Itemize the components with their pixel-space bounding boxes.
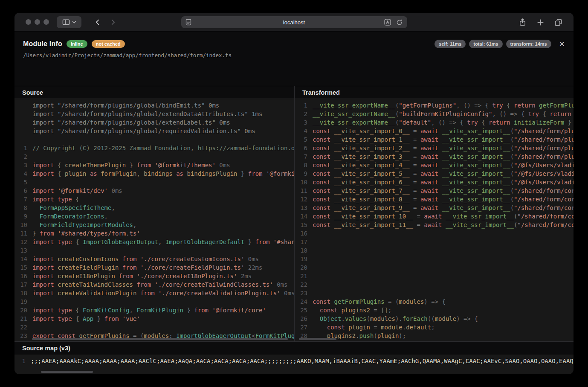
sourcemap-section: Source map (v3) 1;;;AAEA;AAAAkC;AAAA;AAA… bbox=[14, 341, 574, 374]
code-line: 5 bbox=[16, 178, 294, 186]
code-line: 15const __vite_ssr_import_11__ = await _… bbox=[296, 221, 574, 229]
back-button[interactable] bbox=[91, 16, 104, 28]
code-line: 26 Object.values(modules).forEach((modul… bbox=[296, 314, 574, 323]
inline-badge: inline bbox=[67, 40, 87, 48]
timing-self-badge: self: 11ms bbox=[434, 40, 466, 48]
tab-overview-button[interactable] bbox=[552, 16, 564, 28]
browser-window: localhost bbox=[14, 13, 574, 374]
transformed-pane: Transformed 1__vite_ssr_exportName__("ge… bbox=[294, 86, 574, 341]
code-line: 27 const plugin = module.default; bbox=[296, 323, 574, 332]
new-tab-button[interactable] bbox=[534, 16, 546, 28]
code-line: 18 bbox=[296, 246, 574, 255]
source-pane-title: Source bbox=[14, 86, 294, 99]
code-line: 9 FormDecoratorIcons, bbox=[16, 212, 294, 221]
code-line: 10const __vite_ssr_import_6__ = await __… bbox=[296, 178, 574, 186]
source-pane: Source import "/shared/form/plugins/glob… bbox=[14, 86, 294, 341]
module-file-path: /Users/vladimir/Projects/zammad/app/fron… bbox=[14, 52, 574, 58]
code-line: 8const __vite_ssr_import_4__ = await __v… bbox=[296, 161, 574, 169]
code-line: 2__vite_ssr_exportName__("buildFormKitPl… bbox=[296, 110, 574, 118]
code-line: 14const __vite_ssr_import_10__ = await _… bbox=[296, 212, 574, 221]
close-panel-button[interactable]: ✕ bbox=[559, 40, 565, 49]
code-line: 12import type { ImportGlobEagerOutput, I… bbox=[16, 238, 294, 246]
chevron-down-icon bbox=[72, 20, 76, 24]
code-line: 6import '@formkit/dev' 0ms bbox=[16, 186, 294, 195]
code-line: import "/shared/form/plugins/global/requ… bbox=[16, 127, 294, 135]
code-line: 4import { plugin as formPlugin, bindings… bbox=[16, 169, 294, 178]
browser-titlebar: localhost bbox=[14, 13, 574, 32]
code-line: 14import createCustomIcons from './core/… bbox=[16, 255, 294, 263]
code-line: 20 bbox=[296, 263, 574, 272]
close-window-button[interactable] bbox=[26, 19, 31, 25]
transformed-horizontal-scrollbar[interactable] bbox=[299, 338, 336, 340]
code-line: 16import createI18nPlugin from './core/c… bbox=[16, 272, 294, 280]
timing-transform-badge: transform: 14ms bbox=[506, 40, 551, 48]
code-line: 6const __vite_ssr_import_2__ = await __v… bbox=[296, 144, 574, 152]
code-line: 9const __vite_ssr_import_5__ = await __v… bbox=[296, 169, 574, 178]
page-title: Module Info bbox=[23, 40, 62, 48]
code-line: 2 bbox=[16, 152, 294, 161]
code-line: 17import createTailwindClasses from './c… bbox=[16, 280, 294, 289]
code-line: 16 bbox=[296, 229, 574, 238]
code-line: 8 FormAppSpecificTheme, bbox=[16, 204, 294, 212]
code-line: 15import createFieldPlugin from './core/… bbox=[16, 263, 294, 272]
code-line: 28 plugins2.push(plugin); bbox=[296, 332, 574, 340]
code-line: 21import type { App } from 'vue' bbox=[16, 314, 294, 323]
source-code-area: import "/shared/form/plugins/global/bind… bbox=[14, 99, 294, 341]
code-line: 13 bbox=[16, 246, 294, 255]
code-line: 11} from '#shared/types/form.ts' bbox=[16, 229, 294, 238]
code-line: 22 bbox=[16, 323, 294, 332]
code-line: 20import type { FormKitConfig, FormKitPl… bbox=[16, 306, 294, 314]
code-line: 1;;;AAEA;AAAAkC;AAAA;AAAA;AAAA;AAClC;AAE… bbox=[14, 357, 574, 365]
cache-status-badge: not cached bbox=[92, 40, 125, 48]
translate-button[interactable] bbox=[383, 18, 392, 26]
code-line: 17 bbox=[296, 238, 574, 246]
code-line: 19 bbox=[296, 255, 574, 263]
code-line: 5const __vite_ssr_import_1__ = await __v… bbox=[296, 135, 574, 144]
code-line: 4const __vite_ssr_import_0__ = await __v… bbox=[296, 127, 574, 135]
code-line: 11const __vite_ssr_import_7__ = await __… bbox=[296, 186, 574, 195]
code-line: 24const getFormPlugins = (modules) => { bbox=[296, 297, 574, 306]
minimize-window-button[interactable] bbox=[35, 19, 40, 25]
code-line: 7import type { bbox=[16, 195, 294, 204]
code-line: 22 bbox=[296, 280, 574, 289]
zoom-window-button[interactable] bbox=[43, 19, 49, 25]
chevron-right-icon bbox=[109, 18, 117, 26]
code-line: 19 bbox=[16, 297, 294, 306]
code-line: 12const __vite_ssr_import_8__ = await __… bbox=[296, 195, 574, 204]
code-line: 10 FormFieldTypeImportModules, bbox=[16, 221, 294, 229]
code-line: 1__vite_ssr_exportName__("getFormPlugins… bbox=[296, 101, 574, 110]
share-button[interactable] bbox=[516, 16, 528, 28]
url-text: localhost bbox=[181, 19, 407, 26]
transformed-pane-title: Transformed bbox=[295, 86, 574, 99]
code-line: 18import createValidationPlugin from './… bbox=[16, 289, 294, 297]
code-line: 7const __vite_ssr_import_3__ = await __v… bbox=[296, 152, 574, 161]
sourcemap-code-area: 1;;;AAEA;AAAAkC;AAAA;AAAA;AAAA;AAClC;AAE… bbox=[14, 355, 574, 374]
sourcemap-title: Source map (v3) bbox=[14, 342, 574, 355]
code-line: 13const __vite_ssr_import_9__ = await __… bbox=[296, 204, 574, 212]
code-line: 21 bbox=[296, 272, 574, 280]
code-line: import "/shared/form/plugins/global/exte… bbox=[16, 110, 294, 118]
address-bar[interactable]: localhost bbox=[181, 16, 407, 28]
chevron-left-icon bbox=[94, 18, 101, 26]
source-horizontal-scrollbar[interactable] bbox=[32, 338, 288, 340]
code-line: 1// Copyright (C) 2012-2025 Zammad Found… bbox=[16, 144, 294, 152]
code-line: import "/shared/form/plugins/global/exte… bbox=[16, 118, 294, 127]
desktop: localhost bbox=[0, 0, 588, 387]
code-line bbox=[16, 135, 294, 144]
code-line: import "/shared/form/plugins/global/bind… bbox=[16, 101, 294, 110]
toolbar-right bbox=[516, 16, 564, 28]
code-line: 3__vite_ssr_exportName__("default", () =… bbox=[296, 118, 574, 127]
module-info-header: Module Info inline not cached self: 11ms… bbox=[14, 38, 574, 50]
code-line: 3import { createThemePlugin } from '@for… bbox=[16, 161, 294, 169]
sourcemap-horizontal-scrollbar[interactable] bbox=[41, 371, 93, 373]
forward-button[interactable] bbox=[107, 16, 119, 28]
transformed-code-area: 1__vite_ssr_exportName__("getFormPlugins… bbox=[295, 99, 574, 341]
code-line: 23 bbox=[296, 289, 574, 297]
reload-button[interactable] bbox=[395, 18, 404, 26]
window-controls bbox=[26, 19, 49, 25]
sidebar-toggle-button[interactable] bbox=[57, 16, 81, 28]
code-panes: Source import "/shared/form/plugins/glob… bbox=[14, 86, 574, 341]
code-line: 25 const plugins2 = []; bbox=[296, 306, 574, 314]
sidebar-icon bbox=[62, 19, 70, 26]
timing-total-badge: total: 61ms bbox=[469, 40, 502, 48]
